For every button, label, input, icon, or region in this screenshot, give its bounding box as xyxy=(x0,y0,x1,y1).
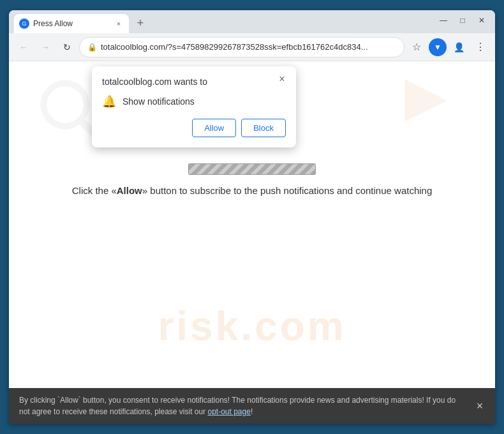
risk-watermark: risk.com xyxy=(158,303,346,350)
reload-button[interactable]: ↻ xyxy=(57,38,77,57)
notification-label: Show notifications xyxy=(122,96,195,107)
allow-bold: Allow xyxy=(117,185,142,196)
notification-row: 🔔 Show notifications xyxy=(102,94,286,108)
popup-buttons: Allow Block xyxy=(102,119,286,137)
page-content: ▶ risk.com × totalcoolblog.com wants to … xyxy=(9,61,495,388)
subscribe-text-before: Click the « xyxy=(72,185,117,196)
bottom-close-button[interactable]: × xyxy=(472,398,487,414)
title-bar: G Press Allow × + — □ ✕ xyxy=(9,10,495,33)
profile-button[interactable]: 👤 xyxy=(449,38,468,57)
opt-out-link[interactable]: opt-out page xyxy=(208,407,251,416)
menu-button[interactable]: ⋮ xyxy=(471,38,490,57)
lock-icon: 🔒 xyxy=(87,43,97,52)
subscribe-text: Click the «Allow» button to subscribe to… xyxy=(72,185,433,196)
new-tab-button[interactable]: + xyxy=(131,14,149,32)
bottom-bar: By clicking `Allow` button, you consent … xyxy=(9,388,495,424)
popup-close-button[interactable]: × xyxy=(276,73,288,86)
bottom-text-after: ! xyxy=(251,407,253,416)
tab-area: G Press Allow × + xyxy=(14,10,430,33)
tab-title: Press Allow xyxy=(33,19,110,28)
tab-close-button[interactable]: × xyxy=(114,19,124,29)
browser-tab[interactable]: G Press Allow × xyxy=(14,14,129,33)
forward-button[interactable]: → xyxy=(36,38,55,57)
center-content: Click the «Allow» button to subscribe to… xyxy=(9,163,495,196)
navigation-bar: ← → ↻ 🔒 totalcoolblog.com/?s=47589829926… xyxy=(9,33,495,61)
close-window-button[interactable]: ✕ xyxy=(473,14,490,27)
allow-button[interactable]: Allow xyxy=(192,119,236,137)
arrow-watermark: ▶ xyxy=(404,68,444,127)
bookmark-button[interactable]: ☆ xyxy=(407,38,426,57)
progress-bar xyxy=(188,163,316,175)
window-controls: — □ ✕ xyxy=(435,14,490,29)
url-text: totalcoolblog.com/?s=475898299267873528s… xyxy=(101,42,396,52)
bottom-bar-text: By clicking `Allow` button, you consent … xyxy=(19,394,470,417)
browser-window: G Press Allow × + — □ ✕ ← → ↻ 🔒 totalcoo… xyxy=(9,10,495,424)
back-button[interactable]: ← xyxy=(14,38,33,57)
popup-title: totalcoolblog.com wants to xyxy=(102,77,286,87)
minimize-button[interactable]: — xyxy=(435,14,452,27)
address-bar[interactable]: 🔒 totalcoolblog.com/?s=47589829926787352… xyxy=(79,37,404,57)
subscribe-text-after: » button to subscribe to the push notifi… xyxy=(142,185,432,196)
notification-popup: × totalcoolblog.com wants to 🔔 Show noti… xyxy=(92,66,296,147)
block-button[interactable]: Block xyxy=(241,119,286,137)
tab-favicon: G xyxy=(19,19,29,29)
maximize-button[interactable]: □ xyxy=(454,14,471,27)
bell-icon: 🔔 xyxy=(102,94,116,108)
extension-button[interactable]: ▼ xyxy=(429,38,447,56)
